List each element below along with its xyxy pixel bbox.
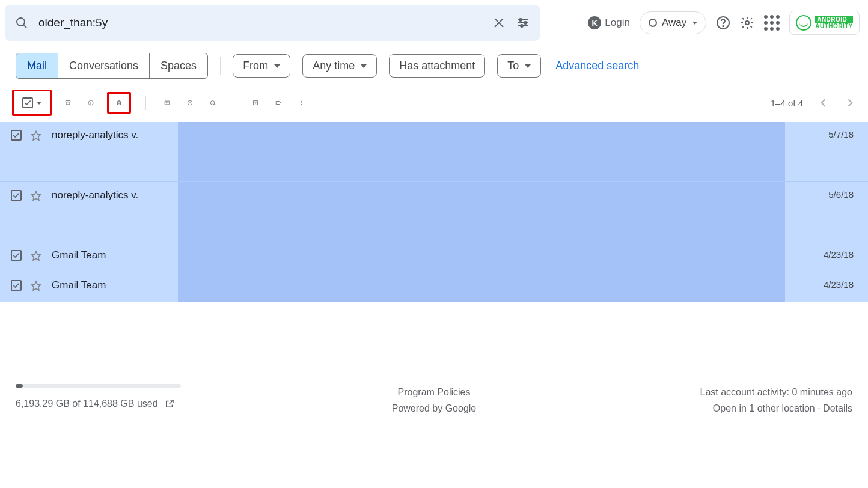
star-icon[interactable] <box>30 250 42 262</box>
search-icon[interactable] <box>14 16 29 30</box>
row-checkbox[interactable] <box>11 130 22 141</box>
login-chip[interactable]: K Login <box>588 16 630 29</box>
delete-icon[interactable] <box>112 96 126 109</box>
svg-point-27 <box>301 101 302 102</box>
last-activity: Last account activity: 0 minutes ago <box>573 384 852 400</box>
apps-icon[interactable] <box>764 15 780 31</box>
more-icon[interactable] <box>295 96 308 109</box>
svg-point-11 <box>723 26 724 27</box>
open-external-icon[interactable] <box>164 398 175 409</box>
status-label: Away <box>662 17 686 29</box>
label-icon[interactable] <box>272 96 285 109</box>
filter-has-attachment[interactable]: Has attachment <box>389 54 485 78</box>
divider <box>220 57 221 75</box>
details-link[interactable]: Details <box>823 403 852 413</box>
star-icon[interactable] <box>30 280 42 292</box>
tab-spaces[interactable]: Spaces <box>150 53 207 78</box>
row-subject-body <box>178 182 785 242</box>
checkbox-checked-icon <box>22 97 33 108</box>
svg-point-12 <box>745 21 749 25</box>
svg-rect-13 <box>66 101 70 102</box>
select-all-checkbox[interactable] <box>17 94 46 112</box>
row-date: 4/23/18 <box>785 248 857 260</box>
row-sender: noreply-analytics v. <box>52 188 178 201</box>
move-to-icon[interactable] <box>249 96 262 109</box>
next-page-icon[interactable] <box>844 97 856 109</box>
tab-conversations[interactable]: Conversations <box>58 53 150 78</box>
mark-unread-icon[interactable] <box>160 96 174 109</box>
row-checkbox[interactable] <box>11 280 22 291</box>
row-date: 4/23/18 <box>785 278 857 290</box>
star-icon[interactable] <box>30 190 42 202</box>
android-authority-icon <box>796 15 811 31</box>
view-tabs: Mail Conversations Spaces <box>16 53 208 79</box>
email-row[interactable]: Gmail Team 4/23/18 <box>0 242 868 272</box>
close-icon[interactable] <box>492 16 506 30</box>
email-row[interactable]: Gmail Team 4/23/18 <box>0 272 868 302</box>
chevron-down-icon <box>525 64 531 68</box>
row-subject-body <box>178 272 785 302</box>
tab-mail[interactable]: Mail <box>16 53 58 78</box>
svg-point-29 <box>301 104 302 105</box>
program-policies-link[interactable]: Program Policies <box>295 384 573 400</box>
login-label: Login <box>605 17 630 29</box>
storage-bar <box>16 384 181 388</box>
star-icon[interactable] <box>30 130 42 142</box>
row-checkbox[interactable] <box>11 190 22 201</box>
divider <box>234 96 234 110</box>
svg-line-1 <box>23 25 26 28</box>
svg-line-34 <box>169 400 173 404</box>
storage-text: 6,193.29 GB of 114,688 GB used <box>16 398 158 409</box>
row-date: 5/7/18 <box>785 128 857 139</box>
svg-marker-30 <box>32 132 41 141</box>
chevron-down-icon <box>361 64 367 68</box>
status-away-icon <box>649 19 657 27</box>
powered-by: Powered by Google <box>295 400 573 416</box>
filter-from[interactable]: From <box>233 54 290 78</box>
svg-point-7 <box>519 19 522 21</box>
k-logo-icon: K <box>588 16 601 29</box>
svg-marker-32 <box>32 252 41 261</box>
email-list: noreply-analytics v. 5/7/18 noreply-anal… <box>0 122 868 302</box>
highlight-select-all <box>12 90 52 116</box>
chevron-down-icon <box>37 102 41 105</box>
footer-storage: 6,193.29 GB of 114,688 GB used <box>16 384 295 409</box>
pager-range: 1–4 of 4 <box>771 98 803 108</box>
advanced-search-link[interactable]: Advanced search <box>555 59 639 72</box>
chevron-down-icon <box>692 22 697 25</box>
filter-anytime[interactable]: Any time <box>302 54 377 78</box>
archive-icon[interactable] <box>61 96 75 109</box>
settings-icon[interactable] <box>740 16 754 30</box>
android-authority-badge: ANDROID AUTHORITY <box>789 11 860 35</box>
add-task-icon[interactable] <box>206 96 219 109</box>
row-subject-body <box>178 242 785 272</box>
status-pill[interactable]: Away <box>640 11 706 34</box>
svg-point-8 <box>524 22 527 24</box>
svg-point-17 <box>91 104 91 105</box>
email-row[interactable]: noreply-analytics v. 5/6/18 <box>0 182 868 242</box>
search-options-icon[interactable] <box>516 16 530 30</box>
filter-to[interactable]: To <box>497 54 541 78</box>
search-input[interactable] <box>38 16 482 29</box>
snooze-icon[interactable] <box>183 96 197 109</box>
svg-marker-31 <box>32 192 41 201</box>
highlight-delete <box>107 92 131 114</box>
svg-point-28 <box>301 102 302 103</box>
svg-point-22 <box>210 101 215 105</box>
svg-marker-33 <box>32 282 41 291</box>
row-checkbox[interactable] <box>11 250 22 261</box>
help-icon[interactable] <box>716 16 730 30</box>
row-sender: Gmail Team <box>52 278 178 291</box>
open-in-other-location-link[interactable]: Open in 1 other location <box>713 403 815 413</box>
row-subject-body <box>178 122 785 181</box>
svg-point-9 <box>521 25 523 27</box>
email-row[interactable]: noreply-analytics v. 5/7/18 <box>0 122 868 182</box>
row-sender: noreply-analytics v. <box>52 128 178 141</box>
search-bar <box>5 5 540 41</box>
divider <box>145 96 146 110</box>
brand-line2: AUTHORITY <box>815 23 853 29</box>
report-spam-icon[interactable] <box>84 96 97 109</box>
row-date: 5/6/18 <box>785 188 857 200</box>
svg-point-0 <box>17 18 25 26</box>
prev-page-icon[interactable] <box>818 97 830 109</box>
